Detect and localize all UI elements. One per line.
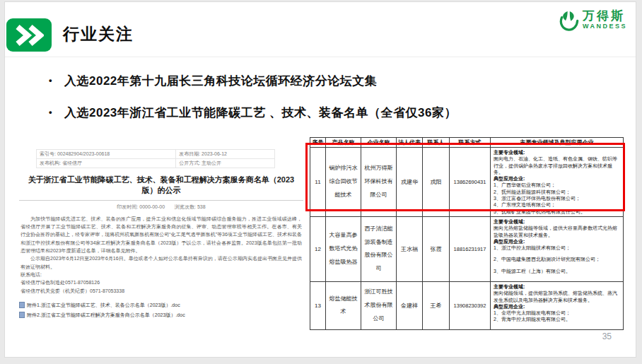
vendor-table: 序号 产品名称 企业名称 法人代表 联系人 联系方式 主要专业领域及典型应用企业… [310,137,624,330]
table-header-row: 序号 产品名称 企业名称 法人代表 联系人 联系方式 主要专业领域及典型应用企业 [310,138,624,148]
notice-open-mode: 公开方式: 主动公开 [176,159,275,168]
header-divider [5,57,636,57]
cell-domain: 主要专业领域: 面向电力、石油、化工、造纸、有色金属、钢铁、纺织等行业，提供锅炉… [491,148,624,217]
page-title: 行业关注 [63,23,134,45]
vendor-table-container: 序号 产品名称 企业名称 法人代表 联系人 联系方式 主要专业领域及典型应用企业… [310,137,624,330]
app-item: 2、中国电建集团西北勘测设计研究院有限公司； [494,256,620,262]
cell-legal: 戎建华 [397,148,423,217]
notice-info-table: 索引号: 002482904/2023-00618 发布日期: 2023-06-… [36,149,275,168]
bullet-text: 入选2022年第十九届长三角科技论坛循环经济分论坛文集 [64,73,377,89]
cell-no: 11 [310,148,326,217]
notice-contact-label: 联系电话: [21,271,302,278]
wandess-leaf-icon [557,9,579,31]
app-item: 1、广西华银铝业有限公司； [494,182,620,188]
cell-company: 杭州万得斯环保科技有限公司 [361,148,397,217]
domain-label: 主要专业领域: [494,218,620,225]
table-row: 12 大容量高参数塔式光热熔盐吸热器 西子清洁能源装备制造股份有限公司 王水福 … [310,216,624,281]
notice-org: 发布机构: 省经信厅 [37,159,176,168]
apps-list: 1、金塔中光太阳能发电有限公司； 2、青海中控太阳能发电有限公司。 [494,310,620,323]
chevron-glyphs [14,24,44,47]
company-logo: 万得斯 WANDESS [557,9,627,31]
apps-list: 1、广西华银铝业有限公司； 2、抚州能达新能源科技有限公司； 3、浙江富春江环保… [494,182,620,214]
apps-list: 1、浙江中控太阳能技术有限公司； 2、中国电建集团西北勘测设计研究院有限公司； … [494,245,620,274]
cell-product: 锅炉排污水综合回收节能技术 [326,148,361,217]
col-header-legal: 法人代表 [397,138,423,148]
app-item: 4、广东理文造纸有限公司； [494,201,620,208]
double-chevron-icon [6,18,52,52]
presentation-canvas: 行业关注 万得斯 WANDESS • 入选2022年第十九届长三角科技论坛循环经… [0,0,642,364]
bullet-item: • 入选2023年浙江省工业节能降碳工艺 、技术、装备名单（全省仅36家） [49,105,586,121]
cell-legal: 金建祥 [397,281,423,329]
cell-company: 浙江可胜技术股份有限公司 [361,281,397,329]
table-row: 13 熔盐储能技术 浙江可胜技术股份有限公司 金建祥 王希 1390823039… [310,281,624,329]
notice-document: 索引号: 002482904/2023-00618 发布日期: 2023-06-… [19,136,303,327]
logo-name-cn: 万得斯 [583,10,627,23]
notice-attachments: 附件1.浙江省工业节能降碳工艺、技术、装备公示名单（2023版）.doc 附件2… [19,302,303,319]
notice-paragraph: 公示期自2023年6月12日至2023年6月16日。单位或者个人如对公示名单持有… [21,254,302,271]
bullet-item: • 入选2022年第十九届长三角科技论坛循环经济分论坛文集 [49,73,586,89]
cell-domain: 主要专业领域: 面向储能领域，提供熔盐加热系统、熔盐储热系统、蒸汽发生系统以及电… [491,281,624,329]
cell-phone: 13908230392 [450,281,491,329]
cell-company: 西子清洁能源装备制造股份有限公司 [361,216,397,281]
notice-date: 发布日期: 2023-06-12 [176,150,275,159]
domain-text: 面向储能领域，提供熔盐加热系统、熔盐储热系统、蒸汽发生系统以及电加热器解决方案和… [494,290,620,303]
col-header-domain: 主要专业领域及典型应用企业 [491,138,624,148]
attachment-text: 附件2.浙江省工业节能降碳工程解决方案服务商公示名单（2023版）.doc [27,312,185,319]
logo-text: 万得斯 WANDESS [583,10,627,30]
bullet-list: • 入选2022年第十九届长三角科技论坛循环经济分论坛文集 • 入选2023年浙… [49,73,586,136]
page-number: 35 [602,331,612,341]
attachment-text: 附件1.浙江省工业节能降碳工艺、技术、装备公示名单（2023版）.doc [27,302,180,309]
domain-text: 面向光热熔盐储能等领域，提供大容量高参数塔式光热熔盐吸热器装置和技术服务。 [494,225,620,238]
attachment-link[interactable]: 附件2.浙江省工业节能降碳工程解决方案服务商公示名单（2023版）.doc [19,312,303,319]
doc-file-icon [19,302,25,308]
cell-contact: 戎阳 [423,148,450,217]
cell-phone: 18816231917 [450,216,491,281]
app-item: 5、抚顺矿业集团中机热电有限责任公司。 [494,209,620,215]
app-item: 3、中能源工程（上海）有限公司。 [494,268,620,274]
notice-contact-phone: 省经信厅机关党委（机关纪委）0571-87053338 [21,287,302,295]
notice-body: 为加快节能降碳先进工艺、技术、装备的推广应用，提升工业和信息化领域节能降碳综合服… [21,215,302,295]
col-header-no: 序号 [310,138,326,148]
bullet-text: 入选2023年浙江省工业节能降碳工艺 、技术、装备名单（全省仅36家） [64,105,457,121]
table-row: 11 锅炉排污水综合回收节能技术 杭州万得斯环保科技有限公司 戎建华 戎阳 13… [310,148,624,217]
app-item: 1、浙江中控太阳能技术有限公司； [494,245,620,251]
col-header-company: 企业名称 [361,138,397,148]
app-item: 3、浙江富春江环保热电股份有限公司； [494,195,620,201]
notice-index: 索引号: 002482904/2023-00618 [37,150,176,159]
apps-label: 典型应用企业: [494,238,620,245]
notice-divider [19,200,303,201]
cell-product: 熔盐储能技术 [326,281,361,329]
app-item: 1、金塔中光太阳能发电有限公司； [494,310,620,316]
notice-title: 关于浙江省工业节能降碳工艺、技术、装备和工程解决方案服务商名单（2023版）的公… [21,175,302,196]
domain-label: 主要专业领域: [494,283,620,290]
notice-meta: 印发时间: 0000-00-00 浏览次数: 538 [19,204,303,211]
notice-contact-phone: 省经信厅绿色制造处0571-87058126 [21,278,302,286]
notice-paragraph: 为加快节能降碳先进工艺、技术、装备的推广应用，提升工业和信息化领域节能降碳综合服… [21,215,302,255]
cell-contact: 王希 [423,281,450,329]
cell-legal: 王水福 [397,216,423,281]
col-header-contact: 联系人 [423,138,450,148]
col-header-product: 产品名称 [326,138,361,148]
domain-text: 面向电力、石油、化工、造纸、有色金属、钢铁、纺织等行业，提供锅炉余热废水零排放回… [494,155,620,175]
bullet-dot-icon: • [49,105,64,117]
domain-label: 主要专业领域: [494,149,620,155]
apps-label: 典型应用企业: [494,175,620,182]
cell-contact: 张霞 [423,216,450,281]
cell-domain: 主要专业领域: 面向光热熔盐储能等领域，提供大容量高参数塔式光热熔盐吸热器装置和… [491,216,624,281]
cell-product: 大容量高参数塔式光热熔盐吸热器 [326,216,361,281]
cell-phone: 13862690431 [450,148,491,217]
apps-label: 典型应用企业: [494,303,620,310]
doc-file-icon [19,312,25,318]
app-item: 2、青海中控太阳能发电有限公司。 [494,316,620,322]
attachment-link[interactable]: 附件1.浙江省工业节能降碳工艺、技术、装备公示名单（2023版）.doc [19,302,303,309]
slide: 行业关注 万得斯 WANDESS • 入选2022年第十九届长三角科技论坛循环经… [4,1,636,358]
logo-name-en: WANDESS [583,23,627,30]
bullet-dot-icon: • [49,73,64,86]
cell-no: 12 [310,216,326,281]
cell-no: 13 [310,281,326,329]
col-header-phone: 联系方式 [450,138,491,148]
app-item: 2、抚州能达新能源科技有限公司； [494,189,620,195]
